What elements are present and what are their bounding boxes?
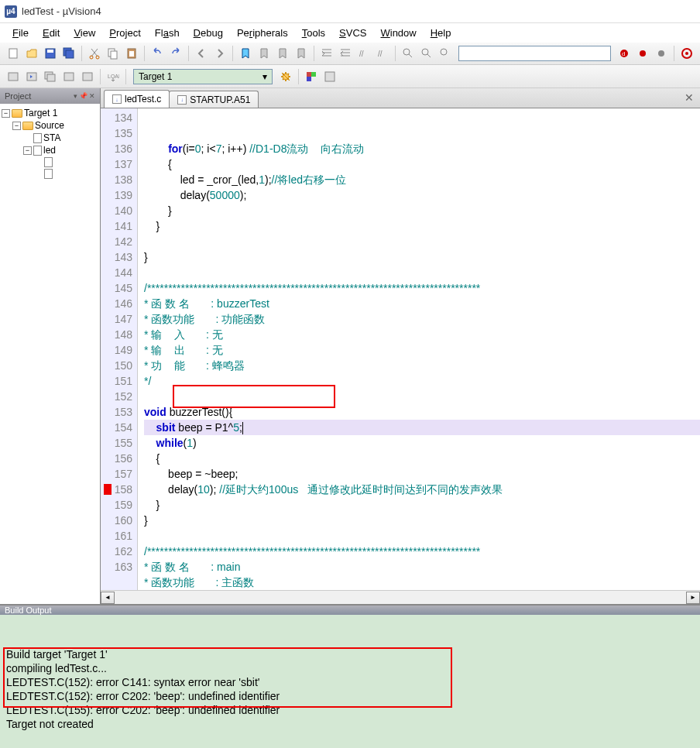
tab-ledtest-label: ledTest.c <box>125 94 161 105</box>
code-editor[interactable]: 1341351361371381391401411421431441451461… <box>101 108 700 590</box>
menu-edit[interactable]: Edit <box>36 26 66 40</box>
tab-startup-label: STARTUP.A51 <box>190 94 250 105</box>
batch-build-button[interactable] <box>60 68 77 85</box>
file-icon <box>44 169 53 179</box>
menu-tools[interactable]: Tools <box>296 26 331 40</box>
rebuild-button[interactable] <box>42 68 59 85</box>
download-button[interactable]: LOAD <box>105 68 122 85</box>
tree-file-sta[interactable]: STA <box>2 132 98 144</box>
tab-close-button[interactable]: ✕ <box>683 91 695 104</box>
folder-icon <box>12 109 22 118</box>
kill-breakpoints-button[interactable] <box>653 45 670 62</box>
project-tree[interactable]: − Target 1 − Source STA − led <box>0 104 100 604</box>
options-target-button[interactable] <box>277 68 294 85</box>
svg-rect-29 <box>307 72 311 77</box>
nav-fwd-button[interactable] <box>211 45 228 62</box>
build-output-title: Build Output <box>5 606 52 615</box>
config-button[interactable] <box>678 45 695 62</box>
find-files-button[interactable] <box>418 45 435 62</box>
svg-point-19 <box>658 50 664 57</box>
tree-toggle-icon[interactable]: − <box>2 109 10 118</box>
menu-flash[interactable]: Flash <box>149 26 186 40</box>
bookmark-clear-button[interactable] <box>293 45 310 62</box>
outdent-button[interactable] <box>337 45 354 62</box>
panel-pin-icon[interactable]: 📌 <box>79 92 88 100</box>
build-output-panel: Build Output Build target 'Target 1'comp… <box>0 604 700 748</box>
bookmark-button[interactable] <box>237 45 254 62</box>
tree-sta-label: STA <box>43 132 60 143</box>
redo-button[interactable] <box>167 45 184 62</box>
stop-build-button[interactable] <box>79 68 96 85</box>
menu-peripherals[interactable]: Peripherals <box>231 26 294 40</box>
tree-include-1[interactable] <box>2 156 98 168</box>
tree-toggle-icon[interactable]: − <box>23 146 32 155</box>
project-panel: Project ▾ 📌 ✕ − Target 1 − Source STA <box>0 88 101 604</box>
indent-button[interactable] <box>318 45 335 62</box>
panel-dropdown-icon[interactable]: ▾ <box>74 92 77 100</box>
svg-point-21 <box>685 52 688 55</box>
svg-rect-26 <box>64 73 74 81</box>
file-icon <box>33 146 42 156</box>
bookmark-next-button[interactable] <box>274 45 291 62</box>
target-select[interactable]: Target 1 ▾ <box>133 69 273 84</box>
file-icon <box>33 133 42 143</box>
scroll-track[interactable] <box>115 592 686 604</box>
menu-file[interactable]: File <box>6 26 35 40</box>
save-all-button[interactable] <box>60 45 77 62</box>
new-button[interactable] <box>5 45 22 62</box>
svg-point-18 <box>640 50 646 57</box>
panel-close-icon[interactable]: ✕ <box>89 92 95 100</box>
scroll-right-button[interactable]: ► <box>686 592 700 604</box>
svg-rect-0 <box>9 49 17 58</box>
horizontal-scrollbar[interactable]: ◄ ► <box>101 590 700 604</box>
tree-file-led[interactable]: − led <box>2 144 98 156</box>
find-scope-button[interactable] <box>400 45 417 62</box>
find-combo[interactable] <box>458 46 611 61</box>
file-ext-button[interactable] <box>303 68 320 85</box>
tree-toggle-icon[interactable]: − <box>12 122 21 130</box>
paste-button[interactable] <box>123 45 140 62</box>
tree-include-2[interactable] <box>2 168 98 180</box>
bookmark-prev-button[interactable] <box>256 45 273 62</box>
menu-window[interactable]: Window <box>374 26 422 40</box>
folder-icon <box>22 122 33 130</box>
menu-help[interactable]: Help <box>424 26 458 40</box>
scroll-left-button[interactable]: ◄ <box>101 592 115 604</box>
svg-text://: // <box>359 50 364 58</box>
incr-search-button[interactable] <box>437 45 454 62</box>
svg-rect-32 <box>325 72 335 81</box>
open-button[interactable] <box>23 45 40 62</box>
nav-back-button[interactable] <box>193 45 210 62</box>
svg-rect-25 <box>47 74 55 81</box>
svg-rect-10 <box>129 51 134 57</box>
menu-svcs[interactable]: SVCS <box>333 26 372 40</box>
tab-startup[interactable]: ↓ STARTUP.A51 <box>169 91 259 108</box>
tree-source-label: Source <box>35 120 64 131</box>
menu-view[interactable]: View <box>67 26 101 40</box>
title-bar: µ4 ledTest - µVision4 <box>0 0 700 23</box>
c-file-icon: ↓ <box>112 94 122 104</box>
build-output-content[interactable]: Build target 'Target 1'compiling ledTest… <box>0 615 700 748</box>
toolbar-main: // // d <box>0 42 700 65</box>
breakpoint-button[interactable] <box>634 45 651 62</box>
undo-button[interactable] <box>149 45 166 62</box>
debug-start-button[interactable]: d <box>616 45 633 62</box>
menu-debug[interactable]: Debug <box>187 26 229 40</box>
tree-source-group[interactable]: − Source <box>2 119 98 132</box>
tab-ledtest[interactable]: ↓ ledTest.c <box>104 90 170 108</box>
cut-button[interactable] <box>86 45 103 62</box>
comment-button[interactable]: // <box>355 45 372 62</box>
svg-rect-27 <box>83 73 92 81</box>
uncomment-button[interactable]: // <box>374 45 391 62</box>
save-button[interactable] <box>42 45 59 62</box>
target-select-value: Target 1 <box>139 71 172 82</box>
asm-file-icon: ↓ <box>177 95 187 105</box>
menu-project[interactable]: Project <box>103 26 146 40</box>
line-number-gutter: 1341351361371381391401411421431441451461… <box>101 108 138 590</box>
tree-target[interactable]: − Target 1 <box>2 107 98 119</box>
code-content[interactable]: for(i=0; i<7; i++) //D1-D8流动 向右流动 { led … <box>138 108 700 590</box>
copy-button[interactable] <box>105 45 122 62</box>
build-button[interactable] <box>23 68 40 85</box>
manage-button[interactable] <box>321 68 338 85</box>
translate-button[interactable] <box>5 68 22 85</box>
